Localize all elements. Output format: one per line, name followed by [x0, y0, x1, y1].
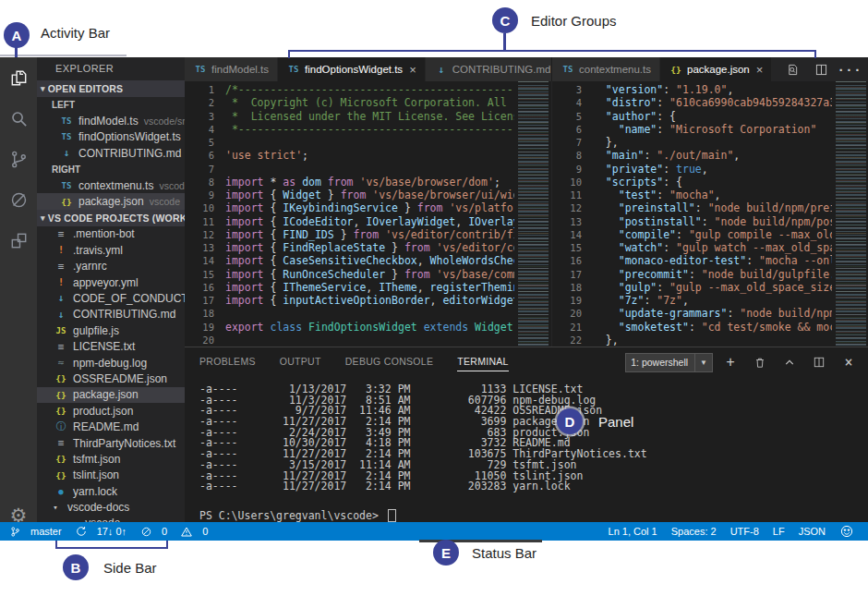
- code-token: "node build/npm/update-all-grammars.js": [740, 307, 832, 320]
- files-icon[interactable]: [0, 57, 37, 98]
- code-area-right[interactable]: "version": "1.19.0", "distro": "610ca699…: [593, 83, 832, 347]
- terminal-select[interactable]: 1: powershell ▼: [625, 353, 713, 372]
- file-name: ThirdPartyNotices.txt: [73, 437, 175, 450]
- tree-item[interactable]: {}tslint.json: [37, 468, 185, 483]
- tab-CONTRIBUTING.md[interactable]: ↓CONTRIBUTING.md: [426, 57, 551, 81]
- workspace-header[interactable]: ▾ VS CODE PROJECTS (WORKSPACE): [37, 210, 185, 226]
- open-changes-icon[interactable]: [785, 64, 800, 76]
- status-item[interactable]: LF: [773, 526, 785, 537]
- open-editor-item[interactable]: {}package.jsonvscode: [37, 193, 185, 209]
- code-line: },: [593, 136, 832, 149]
- tab-package.json[interactable]: {}package.json×: [660, 57, 772, 81]
- status-item[interactable]: 0: [179, 526, 208, 537]
- tree-item[interactable]: ≡.mention-bot: [37, 226, 185, 242]
- tree-item[interactable]: JSgulpfile.js: [37, 322, 185, 338]
- tab-findOptionsWidget.ts[interactable]: TSfindOptionsWidget.ts×: [278, 57, 426, 81]
- tree-item[interactable]: ↓CODE_OF_CONDUCT.md: [37, 290, 185, 306]
- status-item[interactable]: UTF-8: [730, 526, 759, 537]
- status-item[interactable]: JSON: [799, 526, 826, 537]
- tree-item[interactable]: ●yarn.lock: [37, 483, 185, 499]
- search-icon[interactable]: [0, 98, 37, 139]
- open-editor-item[interactable]: ↓CONTRIBUTING.mdvscode: [37, 145, 185, 161]
- tree-item[interactable]: {}package.json: [37, 387, 185, 403]
- code-token: from: [404, 268, 430, 281]
- status-item[interactable]: Spaces: 2: [671, 526, 717, 537]
- split-panel-icon[interactable]: [812, 357, 826, 368]
- ts-icon: TS: [561, 65, 575, 74]
- open-editor-item[interactable]: TSfindOptionsWidget.tsvsco...: [37, 129, 185, 145]
- code-token: "Microsoft Corporation": [669, 123, 816, 136]
- line-number: 1: [185, 83, 214, 96]
- more-icon[interactable]: ···: [842, 63, 857, 77]
- line-number: 11: [552, 189, 582, 201]
- status-item[interactable]: 0: [139, 526, 167, 537]
- line-number: 20: [552, 307, 582, 320]
- code-line: "scripts": {: [593, 176, 832, 189]
- tab-findModel.ts[interactable]: TSfindModel.ts: [185, 57, 278, 81]
- debug-icon[interactable]: [0, 179, 37, 220]
- minimap[interactable]: [836, 81, 866, 347]
- code-token: /*--------------------------------------…: [225, 83, 514, 96]
- terminal-output[interactable]: -a---- 1/13/2017 3:32 PM 1133 LICENSE.tx…: [199, 384, 859, 523]
- tab-bar-right-group: TScontextmenu.ts{}package.json×···: [551, 57, 868, 81]
- panel-tab-terminal[interactable]: TERMINAL: [457, 352, 509, 371]
- code-token: "7z": [619, 294, 645, 307]
- status-item-text: Ln 1, Col 1: [609, 526, 657, 537]
- trash-icon[interactable]: [753, 357, 767, 369]
- code-token: [593, 321, 619, 334]
- tree-item[interactable]: ≈npm-debug.log: [37, 355, 185, 371]
- tree-item[interactable]: ≡LICENSE.txt: [37, 338, 185, 354]
- panel-tab-output[interactable]: OUTPUT: [280, 352, 321, 371]
- info-icon: ⓘ: [54, 420, 68, 433]
- close-icon[interactable]: ×: [841, 356, 856, 370]
- tree-item[interactable]: {}OSSREADME.json: [37, 371, 185, 386]
- code-area-left[interactable]: /*--------------------------------------…: [225, 83, 514, 347]
- split-editor-icon[interactable]: [814, 64, 828, 76]
- line-number: 10: [552, 176, 582, 189]
- annotation-stem-c: [503, 33, 506, 50]
- code-line: [225, 136, 514, 149]
- code-token: :: [663, 83, 676, 96]
- annotation-badge-d: D: [557, 408, 583, 434]
- extensions-icon[interactable]: [0, 220, 37, 261]
- panel-tab-problems[interactable]: PROBLEMS: [199, 352, 256, 371]
- open-editor-item[interactable]: TScontextmenu.tsvscode/src/...: [37, 177, 185, 193]
- source-control-icon[interactable]: [0, 139, 37, 179]
- status-item[interactable]: 17↓ 0↑: [74, 526, 127, 537]
- line-number: 11: [185, 215, 214, 228]
- code-token: from: [417, 201, 443, 214]
- tree-item[interactable]: {}tsfmt.json: [37, 451, 185, 467]
- chevron-up-icon[interactable]: [782, 358, 797, 367]
- code-line: import { IThemeService, ITheme, register…: [225, 281, 514, 294]
- line-number: 6: [185, 149, 214, 162]
- panel-tab-debug-console[interactable]: DEBUG CONSOLE: [345, 352, 434, 371]
- close-icon[interactable]: ×: [756, 64, 764, 76]
- code-line: "gulp": "gulp --max_old_space_size=4096"…: [593, 281, 832, 294]
- tree-item[interactable]: !appveyor.yml: [37, 274, 185, 290]
- annotation-label-panel: Panel: [598, 414, 633, 430]
- status-item[interactable]: Ln 1, Col 1: [609, 526, 657, 537]
- close-icon[interactable]: ×: [409, 64, 416, 76]
- tree-item[interactable]: !.travis.yml: [37, 242, 185, 258]
- minimap[interactable]: [518, 81, 549, 347]
- code-line: export class FindOptionsWidget extends W…: [225, 321, 514, 334]
- tab-contextmenu.ts[interactable]: TScontextmenu.ts: [552, 57, 660, 81]
- add-icon[interactable]: +: [723, 356, 738, 370]
- code-token: "mocha": [669, 189, 714, 201]
- tree-item[interactable]: ⓘREADME.md: [37, 419, 185, 434]
- code-line: "distro": "610ca6990cab94b59284327a3741a…: [593, 96, 832, 109]
- tree-item[interactable]: {}product.json: [37, 403, 185, 419]
- open-editor-item[interactable]: TSfindModel.tsvscode/src/vs/...: [37, 113, 185, 128]
- code-token: class: [270, 321, 302, 334]
- tree-item[interactable]: ▾vscode-docs: [37, 499, 185, 515]
- terminal-prompt[interactable]: PS C:\Users\gregvanl\vscode>: [199, 509, 396, 522]
- tree-item[interactable]: ≡.yarnrc: [37, 259, 185, 274]
- code-line: * Copyright (c) Microsoft Corporation. A…: [225, 96, 514, 109]
- open-editors-header[interactable]: ▾ OPEN EDITORS: [37, 80, 185, 97]
- tree-item[interactable]: ≡ThirdPartyNotices.txt: [37, 435, 185, 451]
- code-token: "mocha --only-monaco-editor": [759, 254, 832, 267]
- code-token: import: [225, 215, 264, 228]
- tree-item[interactable]: ↓CONTRIBUTING.md: [37, 307, 185, 322]
- status-item[interactable]: [839, 525, 859, 538]
- status-item[interactable]: master: [7, 526, 62, 538]
